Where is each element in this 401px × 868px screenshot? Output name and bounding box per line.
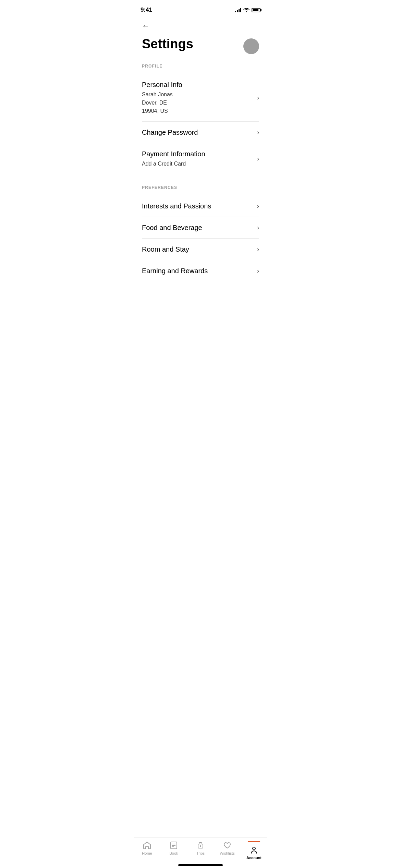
earning-rewards-item[interactable]: Earning and Rewards › — [142, 260, 259, 281]
room-stay-item[interactable]: Room and Stay › — [142, 239, 259, 260]
room-stay-content: Room and Stay — [142, 245, 253, 254]
preferences-section-label: PREFERENCES — [142, 185, 259, 190]
change-password-item[interactable]: Change Password › — [142, 122, 259, 143]
page-title: Settings — [142, 37, 193, 51]
avatar[interactable] — [243, 38, 259, 54]
change-password-title: Change Password — [142, 128, 253, 137]
chevron-icon: › — [257, 224, 259, 231]
chevron-icon: › — [257, 203, 259, 210]
interests-passions-title: Interests and Passions — [142, 202, 253, 210]
page-header: ← Settings — [134, 17, 267, 54]
personal-info-title: Personal Info — [142, 80, 253, 89]
chevron-icon: › — [257, 155, 259, 162]
interests-passions-item[interactable]: Interests and Passions › — [142, 195, 259, 217]
status-icons — [235, 8, 260, 12]
change-password-content: Change Password — [142, 128, 253, 137]
wifi-icon — [243, 8, 250, 12]
settings-content: PROFILE Personal Info Sarah JonasDover, … — [134, 64, 267, 281]
personal-info-item[interactable]: Personal Info Sarah JonasDover, DE19904,… — [142, 74, 259, 122]
personal-info-content: Personal Info Sarah JonasDover, DE19904,… — [142, 80, 253, 115]
chevron-icon: › — [257, 246, 259, 253]
signal-icon — [235, 8, 241, 12]
food-beverage-content: Food and Beverage — [142, 223, 253, 232]
earning-rewards-title: Earning and Rewards — [142, 266, 253, 275]
room-stay-title: Room and Stay — [142, 245, 253, 254]
status-bar: 9:41 — [134, 0, 267, 17]
chevron-icon: › — [257, 267, 259, 275]
food-beverage-item[interactable]: Food and Beverage › — [142, 217, 259, 239]
battery-icon — [252, 8, 260, 12]
payment-info-item[interactable]: Payment Information Add a Credit Card › — [142, 143, 259, 174]
chevron-icon: › — [257, 94, 259, 101]
profile-section-label: PROFILE — [142, 64, 259, 69]
food-beverage-title: Food and Beverage — [142, 223, 253, 232]
preferences-section: PREFERENCES Interests and Passions › Foo… — [142, 185, 259, 281]
status-time: 9:41 — [141, 7, 152, 13]
payment-info-content: Payment Information Add a Credit Card — [142, 149, 253, 168]
back-arrow-icon: ← — [142, 22, 149, 30]
earning-rewards-content: Earning and Rewards — [142, 266, 253, 275]
payment-info-subtitle: Add a Credit Card — [142, 160, 253, 168]
back-button[interactable]: ← — [142, 21, 153, 32]
chevron-icon: › — [257, 129, 259, 136]
personal-info-subtitle: Sarah JonasDover, DE19904, US — [142, 91, 253, 115]
interests-passions-content: Interests and Passions — [142, 202, 253, 210]
payment-info-title: Payment Information — [142, 149, 253, 158]
title-row: Settings — [142, 37, 259, 54]
profile-section: PROFILE Personal Info Sarah JonasDover, … — [142, 64, 259, 174]
